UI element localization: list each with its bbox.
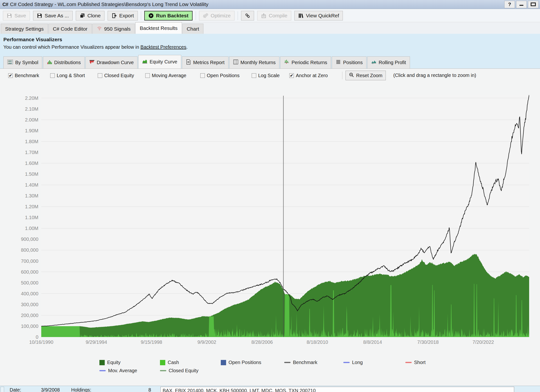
y-tick-label: 0 [36,334,38,340]
export-button[interactable]: Export [108,11,138,20]
maximize-button[interactable] [528,1,539,8]
checkbox-long-short[interactable]: Long & Short [50,73,85,78]
viztab-periodic-returns[interactable]: Periodic Returns [280,56,331,68]
svg-text:DEF: DEF [8,62,12,64]
viztab-label: Periodic Returns [291,60,327,65]
performance-visualizers-title: Performance Visualizers [3,37,62,42]
rolling-area-icon [371,59,376,66]
save-as-button[interactable]: Save As ... [33,11,73,20]
compile-icon [261,13,266,18]
tab-backtest-results[interactable]: Backtest Results [135,22,182,34]
view-quickref-button[interactable]: View QuickRef [294,11,343,20]
performance-visualizers-subtitle: You can control which Performance Visual… [3,44,188,50]
optimize-button[interactable]: Optimize [199,11,235,20]
checkbox-open-positions[interactable]: Open Positions [200,73,240,78]
checked-checkbox[interactable]: ✔ [8,73,13,78]
window-title: C# Coded Strategy - WL.com Published Str… [10,1,503,7]
visualizer-tab-bar: ABCDEFBy SymbolDistributionsDrawdown Cur… [3,55,411,68]
checkbox-moving-average[interactable]: Moving Average [145,73,186,78]
checkbox-closed-equity[interactable]: Closed Equity [98,73,134,78]
metrics-doc-icon [186,59,191,66]
optimize-label: Optimize [211,13,231,19]
holdings-list-box[interactable]: BAX, EBIX 201400, MCK, KBH 500000, LMT, … [160,387,514,392]
legend-item-closed-equity: Closed Equity [160,368,198,373]
viztab-label: Drawdown Curve [97,60,134,65]
legend-swatch [99,370,106,371]
viztab-monthly-returns[interactable]: Monthly Returns [229,56,280,68]
save-as-label: Save As ... [45,13,69,19]
y-tick-label: 1.80M [25,139,38,144]
status-bar: Date: 3/9/2008 Holdings: 8 BAX, EBIX 201… [0,386,540,392]
tab-label: Chart [187,26,199,32]
viztab-equity-curve[interactable]: Equity Curve [138,55,181,68]
x-tick-label: 7/20/2022 [464,339,503,345]
checked-checkbox[interactable]: ✔ [289,73,294,78]
save-button[interactable]: Save [3,11,30,20]
legend-item-equity: Equity [99,360,121,365]
unchecked-checkbox[interactable] [252,73,256,78]
checkbox-log-scale[interactable]: Log Scale [252,73,280,78]
viztab-positions[interactable]: Positions [332,56,367,68]
unchecked-checkbox[interactable] [200,73,205,78]
legend-label: Closed Equity [169,368,198,373]
viztab-by-symbol[interactable]: ABCDEFBy Symbol [3,56,42,68]
legend-label: Equity [107,360,121,365]
y-tick-label: 1.60M [25,161,38,166]
y-tick-label: 600,000 [21,269,38,275]
y-tick-label: 1.50M [25,171,38,177]
play-icon [148,13,154,18]
checkbox-label: Benchmark [15,73,39,78]
legend-label: Short [414,360,426,365]
viztab-label: Rolling Profit [379,60,406,65]
compile-button[interactable]: Compile [257,11,291,20]
clone-button[interactable]: Clone [76,11,104,20]
y-tick-label: 1.90M [25,128,38,134]
tab-strategy-settings[interactable]: Strategy Settings [1,24,48,34]
viztab-drawdown-curve[interactable]: Drawdown Curve [85,56,138,68]
tab-c-code-editor[interactable]: C# Code Editor [48,24,92,34]
link-button[interactable] [241,11,254,20]
viztab-distributions[interactable]: Distributions [43,56,85,68]
monthly-table-icon [233,59,238,66]
x-tick-label: 10/16/1990 [22,339,61,345]
y-tick-label: 300,000 [21,302,38,307]
y-tick-label: 800,000 [21,247,38,253]
legend-item-cash: Cash [160,360,179,365]
x-tick-label: 8/28/2006 [243,339,281,345]
save-label: Save [14,13,26,19]
legend-item-long: Long [343,360,363,365]
status-gutter [0,387,4,392]
subtitle-text: You can control which Performance Visual… [3,44,140,50]
unchecked-checkbox[interactable] [98,73,102,78]
unchecked-checkbox[interactable] [145,73,150,78]
tab-chart[interactable]: Chart [182,24,203,34]
viztab-metrics-report[interactable]: Metrics Report [182,56,228,68]
legend-swatch [160,370,166,371]
reset-zoom-button[interactable]: Reset Zoom [346,71,386,80]
checkbox-benchmark[interactable]: ✔Benchmark [8,73,39,78]
clone-label: Clone [87,13,101,19]
y-tick-label: 1.30M [25,193,38,199]
viztab-rolling-profit[interactable]: Rolling Profit [367,56,410,68]
export-label: Export [119,13,134,19]
x-tick-label: 7/30/2018 [409,339,447,345]
tab-950-signals[interactable]: 950 Signals [92,24,135,34]
equity-area-icon [142,59,147,65]
unchecked-checkbox[interactable] [50,73,55,78]
positions-list-icon [336,59,341,66]
run-backtest-button[interactable]: Run Backtest [144,11,193,20]
checkbox-anchor-at-zero[interactable]: ✔Anchor at Zero [289,73,328,78]
viztab-label: Metrics Report [193,60,225,65]
checkbox-label: Closed Equity [104,73,134,78]
minimize-button[interactable] [516,1,527,8]
export-icon [111,13,117,18]
viztab-label: Positions [343,60,363,65]
clone-icon [80,13,85,18]
help-button[interactable]: ? [504,1,515,8]
x-tick-label: 8/8/2014 [353,339,392,345]
viztab-label: Equity Curve [150,59,177,65]
legend-label: Benchmark [293,360,317,365]
backtest-preferences-link[interactable]: Backtest Preferences [140,44,186,50]
legend-swatch [160,360,165,365]
equity-curve-chart[interactable] [41,95,529,337]
